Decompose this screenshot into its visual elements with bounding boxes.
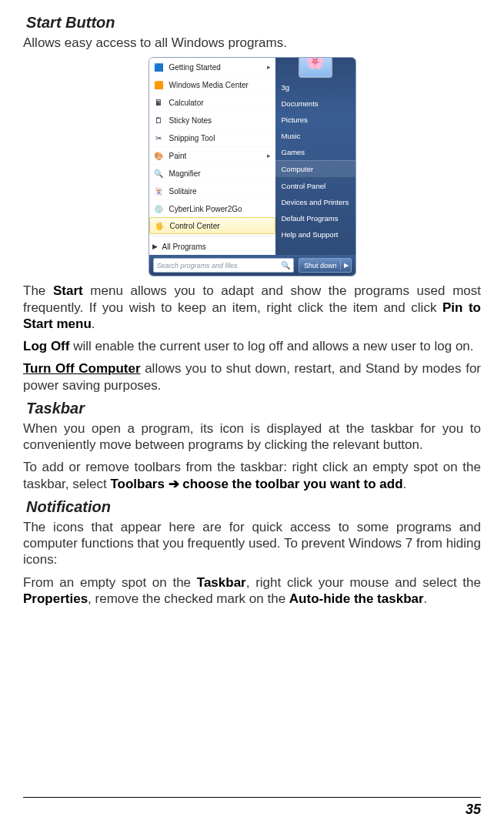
program-label: Getting Started <box>169 63 221 72</box>
submenu-arrow-icon: ▸ <box>267 63 271 71</box>
start-menu-program-row[interactable]: 🃏Solitaire <box>149 182 275 199</box>
start-menu-right-item[interactable]: Documents <box>275 95 355 112</box>
start-menu-right-item[interactable]: Default Programs <box>275 210 355 226</box>
search-icon: 🔍 <box>281 261 290 270</box>
program-icon: 💿 <box>152 203 165 215</box>
start-menu-program-row[interactable]: 🖩Calculator <box>149 93 275 111</box>
page: Start Button Allows easy access to all W… <box>0 0 504 827</box>
start-button-p3: Turn Off Computer allows you to shut dow… <box>23 360 481 393</box>
submenu-arrow-icon: ▸ <box>267 152 271 159</box>
start-menu-right-item[interactable]: 3g <box>275 79 355 95</box>
start-menu-program-row[interactable]: 🔍Magnifier <box>149 164 275 182</box>
program-label: Control Center <box>170 222 220 230</box>
start-button-p2: Log Off will enable the current user to … <box>23 338 481 354</box>
start-menu-program-row[interactable]: 🟧Windows Media Center <box>149 75 275 93</box>
program-icon: 🖩 <box>152 96 165 109</box>
start-menu-program-row[interactable]: 🗒Sticky Notes <box>149 111 275 129</box>
program-icon: 🗒 <box>152 114 165 126</box>
program-icon: 🟦 <box>152 61 165 73</box>
start-menu-program-row[interactable]: 🖐Control Center <box>149 217 275 234</box>
shutdown-separator <box>340 260 341 270</box>
heading-notification: Notification <box>26 498 481 516</box>
search-placeholder: Search programs and files <box>157 262 278 270</box>
start-menu-figure: 🟦Getting Started▸🟧Windows Media Center🖩C… <box>149 57 356 276</box>
program-icon: 🔍 <box>152 167 165 179</box>
start-button-p1: The Start menu allows you to adapt and s… <box>23 283 481 332</box>
start-menu-right-item[interactable]: Control Panel <box>275 178 355 194</box>
start-menu-program-row[interactable]: 💿CyberLink Power2Go <box>149 199 275 217</box>
start-menu-right-item[interactable]: Music <box>275 128 355 144</box>
start-menu-program-row[interactable]: 🟦Getting Started▸ <box>149 58 275 75</box>
start-button-intro: Allows easy access to all Windows progra… <box>23 35 481 51</box>
all-programs-arrow-icon: ▶ <box>152 243 158 250</box>
shutdown-label: Shut down <box>304 262 337 270</box>
heading-taskbar: Taskbar <box>26 400 481 417</box>
shutdown-button[interactable]: Shut down ▶ <box>299 258 352 273</box>
all-programs-row[interactable]: ▶ All Programs <box>149 238 275 255</box>
program-icon: 🃏 <box>152 185 165 197</box>
start-menu-right-item[interactable]: Devices and Printers <box>275 194 355 210</box>
start-menu-right-pane: 🌸 3gDocumentsPicturesMusicGamesComputerC… <box>275 58 355 255</box>
program-icon: ✂ <box>152 132 165 144</box>
heading-start-button: Start Button <box>26 14 481 32</box>
taskbar-p2: To add or remove toolbars from the taskb… <box>23 459 481 492</box>
program-label: Solitaire <box>169 187 197 196</box>
program-label: Paint <box>169 152 187 160</box>
start-menu-program-row[interactable]: ✂Snipping Tool <box>149 129 275 146</box>
footer-rule <box>23 797 481 798</box>
program-label: Magnifier <box>169 169 201 178</box>
user-avatar-icon[interactable]: 🌸 <box>299 57 332 78</box>
start-menu-footer: Search programs and files 🔍 Shut down ▶ <box>149 255 355 276</box>
program-label: Calculator <box>169 99 204 107</box>
start-menu-separator <box>152 236 272 236</box>
program-label: Windows Media Center <box>169 81 249 89</box>
taskbar-p1: When you open a program, its icon is dis… <box>23 420 481 454</box>
notification-p2: From an empty spot on the Taskbar, right… <box>23 574 481 608</box>
start-menu-program-row[interactable]: 🎨Paint▸ <box>149 146 275 164</box>
program-label: Sticky Notes <box>169 116 212 125</box>
start-menu-right-item[interactable]: Help and Support <box>275 226 355 243</box>
page-number: 35 <box>466 802 481 818</box>
program-label: Snipping Tool <box>169 134 215 142</box>
start-menu-right-item[interactable]: Pictures <box>275 112 355 128</box>
all-programs-label: All Programs <box>162 243 206 251</box>
program-icon: 🎨 <box>152 149 165 162</box>
start-menu-right-item[interactable]: Computer <box>275 160 355 178</box>
program-icon: 🖐 <box>153 219 165 232</box>
search-input[interactable]: Search programs and files 🔍 <box>153 258 294 273</box>
start-menu-right-item[interactable]: Games <box>275 144 355 160</box>
notification-p1: The icons that appear here are for quick… <box>23 519 481 568</box>
program-icon: 🟧 <box>152 79 165 91</box>
program-label: CyberLink Power2Go <box>169 205 242 213</box>
start-menu-left-pane: 🟦Getting Started▸🟧Windows Media Center🖩C… <box>149 58 275 255</box>
shutdown-options-arrow-icon[interactable]: ▶ <box>344 262 349 269</box>
